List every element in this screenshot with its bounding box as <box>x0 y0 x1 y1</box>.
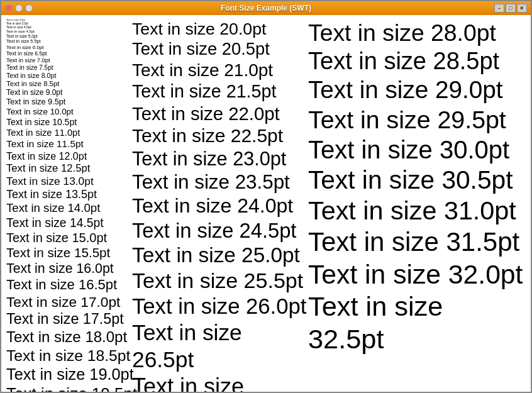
list-item: Text in size 24.5pt <box>132 218 308 243</box>
list-item: Text in size 7.0pt <box>6 57 132 64</box>
list-item: Text in size 26.5pt <box>132 319 308 373</box>
list-item: Text in size 17.5pt <box>6 311 132 328</box>
list-item: Text in size 13.0pt <box>6 175 132 188</box>
list-item: Text in size 10.0pt <box>6 107 132 117</box>
list-item: Text in size 28.0pt <box>308 19 526 47</box>
list-item: Text in size 32.0pt <box>308 258 526 291</box>
list-item: Text in size 28.5pt <box>308 47 526 76</box>
close-dot[interactable] <box>5 4 13 12</box>
list-item: Text in size 8.5pt <box>6 80 132 89</box>
list-item: Text in size 17.0pt <box>6 294 132 311</box>
list-item: Text in size 13.5pt <box>6 188 132 202</box>
list-item: Text in size 21.0pt <box>132 60 308 81</box>
list-item: Text in size 18.0pt <box>6 328 132 346</box>
list-item: Text in size 23.5pt <box>132 170 308 194</box>
list-item: Text in size 20.5pt <box>132 39 308 60</box>
list-item: Text in size 14.0pt <box>6 201 132 215</box>
list-item: Text in size 9.5pt <box>6 97 132 107</box>
list-item: Text in size 29.0pt <box>308 75 526 104</box>
list-item: Text in size 22.5pt <box>132 125 308 147</box>
list-item: Text in size 6.0pt <box>6 45 132 51</box>
large-text-column: Text in size 28.0ptText in size 28.5ptTe… <box>308 19 526 388</box>
list-item: Text in size 11.5pt <box>6 138 132 150</box>
list-item: Text in size 19.5pt <box>6 384 132 392</box>
list-item: Text in size 18.5pt <box>6 346 132 365</box>
list-item: Text in size 26.0pt <box>132 294 308 320</box>
list-item: Text in size 23.0pt <box>132 147 308 170</box>
list-item: Text in size 8.0pt <box>6 72 132 80</box>
list-item: Text in size 25.5pt <box>132 268 308 294</box>
list-item: Text in size 30.5pt <box>308 165 526 196</box>
list-item: Text in size 9.0pt <box>6 88 132 97</box>
list-item: Text in size 27.0pt <box>132 373 308 392</box>
list-item: Text in size 31.0pt <box>308 196 526 227</box>
list-item: Text in size 32.5pt <box>308 291 526 356</box>
min-dot[interactable] <box>15 4 23 12</box>
list-item: Text in size 25.0pt <box>132 243 308 268</box>
list-item: Text in size 15.0pt <box>6 230 132 245</box>
maximize-button[interactable]: □ <box>506 4 516 13</box>
list-item: Text in size 21.5pt <box>132 80 308 102</box>
max-dot[interactable] <box>25 4 33 12</box>
list-item: Text in size 22.0pt <box>132 102 308 125</box>
list-item: Text in size 31.5pt <box>308 226 526 258</box>
list-item: Text in size 7.5pt <box>6 64 132 72</box>
list-item: Text in size 10.5pt <box>6 117 132 128</box>
minimize-button[interactable]: − <box>494 4 504 13</box>
list-item: Text in size 12.5pt <box>6 162 132 175</box>
list-item: Text in size 15.5pt <box>6 245 132 261</box>
list-item: Text in size 16.5pt <box>6 277 132 293</box>
small-text-column: Text in size 3.0ptText in size 3.5ptText… <box>6 19 132 388</box>
list-item: Text in size 12.0pt <box>6 150 132 162</box>
list-item: Text in size 24.0pt <box>132 194 308 218</box>
close-button[interactable]: ✕ <box>517 4 527 13</box>
list-item: Text in size 29.5pt <box>308 105 526 135</box>
list-item: Text in size 16.0pt <box>6 261 132 277</box>
list-item: Text in size 11.0pt <box>6 128 132 139</box>
list-item: Text in size 14.5pt <box>6 216 132 230</box>
title-bar: Font Size Example (SWT) − □ ✕ <box>1 1 531 15</box>
list-item: Text in size 19.0pt <box>6 365 132 384</box>
list-item: Text in size 4.5pt <box>6 30 132 34</box>
window-content: Text in size 3.0ptText in size 3.5ptText… <box>1 15 531 392</box>
list-item: Text in size 30.0pt <box>308 135 526 165</box>
title-bar-buttons: − □ ✕ <box>494 4 527 13</box>
list-item: Text in size 20.0pt <box>132 19 308 39</box>
list-item: Text in size 5.5pt <box>6 39 132 45</box>
list-item: Text in size 6.5pt <box>6 50 132 57</box>
title-bar-left <box>5 4 33 12</box>
main-window: Font Size Example (SWT) − □ ✕ Text in si… <box>0 0 532 393</box>
window-title: Font Size Example (SWT) <box>221 4 311 13</box>
mid-text-column: Text in size 20.0ptText in size 20.5ptTe… <box>132 19 308 388</box>
